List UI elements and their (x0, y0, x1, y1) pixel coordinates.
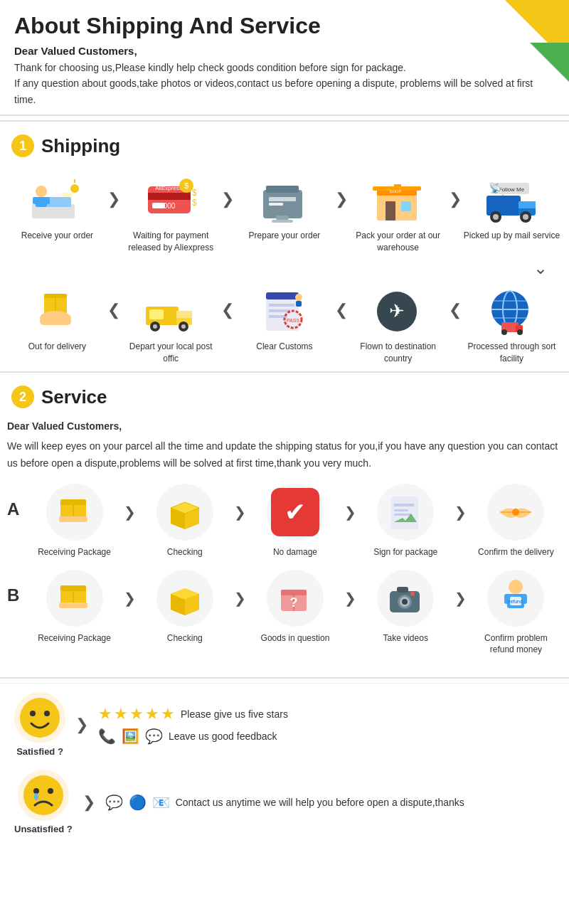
satisfied-content: ★ ★ ★ ★ ★ Please give us five stars 📞 🖼️… (98, 705, 288, 745)
svg-point-106 (402, 599, 408, 605)
flow-label-sort: Processed through sort facility (462, 341, 561, 365)
arrow-back-4: ❮ (449, 287, 462, 319)
process-a-icon-5 (487, 484, 544, 541)
svg-point-119 (48, 788, 53, 794)
svg-point-118 (33, 788, 39, 794)
process-a-label-2: Checking (167, 546, 203, 558)
feedback-label: Leave us good feedback (169, 731, 277, 742)
svg-rect-27 (385, 201, 395, 221)
flow-item-flown: ✈ Flown to destination country (349, 287, 448, 365)
shipping-row-2: Out for delivery ❮ Depart your local pos… (7, 280, 562, 368)
svg-point-114 (20, 698, 60, 738)
process-b-arrow-3: ❯ (344, 570, 356, 607)
svg-rect-58 (269, 309, 290, 312)
stars-line: ★ ★ ★ ★ ★ Please give us five stars (98, 705, 288, 723)
svg-rect-63 (296, 301, 302, 307)
process-sat-divider (0, 677, 569, 679)
process-b-item-5: refund Confirm problem refund money (473, 570, 558, 657)
process-a-item-5: Confirm the delivery (473, 484, 558, 558)
process-label-a: A (7, 484, 28, 519)
process-a-icon-3: ✔ (267, 484, 324, 541)
process-a-arrow-1: ❯ (124, 484, 136, 521)
svg-point-116 (44, 711, 50, 716)
header-section: About Shipping And Service Dear Valued C… (0, 0, 569, 116)
feedback-line: 📞 🖼️ 💬 Leave us good feedback (98, 728, 288, 745)
process-a-arrow-2: ❯ (234, 484, 246, 521)
process-a-label-4: Sign for package (373, 546, 437, 558)
arrow-back-3: ❮ (335, 287, 348, 319)
process-a-label-1: Receiving Package (38, 546, 111, 558)
svg-rect-7 (33, 197, 38, 204)
process-a-arrow-4: ❯ (454, 484, 467, 521)
process-items-b: Receiving Package ❯ Checking ❯ (28, 570, 562, 657)
process-b-icon-2 (156, 570, 213, 627)
svg-rect-21 (269, 203, 283, 206)
service-section-num: 2 (11, 386, 34, 408)
svg-rect-86 (394, 509, 408, 511)
svg-rect-84 (391, 496, 418, 529)
flow-item-pack: SHOP Pack your order at our warehouse (349, 176, 448, 254)
service-dear: Dear Valued Customers, (7, 418, 562, 435)
flow-item-customs: PASS Clear Customs (235, 287, 334, 353)
svg-marker-33 (519, 201, 536, 208)
unsatisfied-face-icon (18, 770, 69, 821)
star-4: ★ (145, 705, 159, 723)
unsatisfied-face-wrap: Unsatisfied ? (14, 770, 73, 834)
satisfied-face-wrap: Satisfied ? (14, 692, 65, 757)
process-a-label-3: No damage (273, 546, 317, 558)
process-b-label-1: Receiving Package (38, 632, 111, 644)
pickup-icon: Follow Me 📡 (483, 176, 540, 225)
no-damage-check: ✔ (271, 488, 319, 536)
process-b-icon-3: ? (267, 570, 324, 627)
shipping-section-num: 1 (11, 134, 34, 157)
svg-point-62 (295, 294, 302, 301)
image-icon: 🖼️ (122, 728, 139, 745)
arrow-1: ❯ (107, 176, 120, 208)
flow-item-sort: Processed through sort facility (462, 287, 561, 365)
process-b-label-4: Take videos (383, 632, 428, 644)
prepare-icon (256, 176, 313, 225)
svg-point-89 (512, 509, 519, 516)
process-a-item-2: Checking (142, 484, 228, 558)
contact-line: 💬 🔵 📧 Contact us anytime we will help yo… (105, 794, 464, 811)
shipping-service-divider (0, 371, 569, 373)
sort-icon (483, 287, 540, 336)
svg-point-35 (493, 214, 499, 220)
process-a-item-3: ✔ No damage (252, 484, 338, 558)
flow-item-prepare: Prepare your order (235, 176, 334, 242)
svg-rect-2 (63, 193, 73, 197)
service-section-title: Service (41, 386, 107, 408)
sat-arrow: ❯ (75, 716, 88, 734)
svg-point-73 (501, 329, 507, 335)
process-a-label-5: Confirm the delivery (478, 546, 554, 558)
satisfied-label: Satisfied ? (16, 746, 63, 757)
flow-item-outdelivery: Out for delivery (7, 287, 107, 353)
flown-icon: ✈ (370, 287, 427, 336)
flow-label-outdelivery: Out for delivery (28, 341, 86, 353)
svg-rect-29 (394, 184, 401, 188)
svg-rect-46 (40, 318, 71, 325)
process-b-label-2: Checking (167, 632, 203, 644)
svg-rect-31 (486, 196, 521, 216)
shipping-row-1: Receive your order ❯ 000 AliExpress $ $ … (7, 169, 562, 257)
process-a-arrow-3: ❯ (344, 484, 356, 521)
svg-rect-8 (44, 197, 50, 204)
flow-item-receive: Receive your order (7, 176, 107, 242)
depart-icon (142, 287, 199, 336)
svg-rect-19 (266, 186, 299, 193)
contact-label: Contact us anytime we will help you befo… (176, 797, 464, 808)
payment-icon: 000 AliExpress $ $ $ (142, 176, 199, 225)
stars-label: Please give us five stars (181, 708, 288, 720)
flow-item-payment: 000 AliExpress $ $ $ Waiting for payment… (121, 176, 220, 254)
arrow-4: ❯ (449, 176, 462, 208)
satisfaction-section: Satisfied ? ❯ ★ ★ ★ ★ ★ Please give us f… (0, 683, 569, 856)
svg-rect-28 (401, 201, 411, 211)
shipping-section-header: 1 Shipping (0, 126, 569, 161)
unsat-arrow: ❯ (83, 793, 95, 812)
process-row-b: B Receiving Package ❯ (7, 570, 562, 657)
svg-rect-10 (148, 193, 191, 200)
svg-text:$: $ (192, 188, 197, 198)
unsatisfied-row: Unsatisfied ? ❯ 💬 🔵 📧 Contact us anytime… (14, 770, 555, 834)
svg-point-37 (523, 214, 528, 220)
process-a-icon-2 (156, 484, 213, 541)
